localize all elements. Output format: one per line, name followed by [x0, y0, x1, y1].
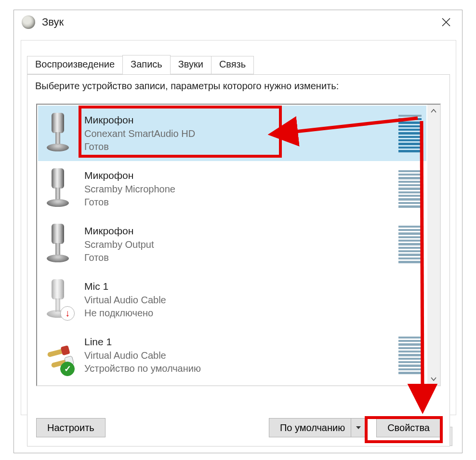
down-arrow-badge-icon: ↓ [60, 306, 75, 321]
dialog-client-area: ВоспроизведениеЗаписьЗвукиСвязь Выберите… [21, 40, 456, 415]
svg-rect-3 [61, 345, 70, 355]
level-meter [398, 115, 422, 152]
set-default-dropdown[interactable] [351, 419, 365, 437]
device-name: Line 1 [84, 335, 398, 349]
scroll-up-button[interactable] [427, 105, 440, 117]
close-icon [441, 17, 451, 27]
device-description: Virtual Audio Cable [84, 349, 398, 362]
device-description: Conexant SmartAudio HD [84, 127, 398, 140]
device-row[interactable]: ↓Mic 1Virtual Audio CableНе подключено [38, 272, 426, 327]
device-name: Микрофон [84, 113, 398, 127]
tab-communications[interactable]: Связь [211, 56, 254, 74]
device-description: Scramby Output [84, 238, 398, 251]
device-description: Scramby Microphone [84, 183, 398, 196]
tab-playback[interactable]: Воспроизведение [27, 56, 123, 74]
chevron-up-icon [431, 109, 436, 113]
level-meter [398, 337, 422, 374]
speaker-icon [22, 15, 35, 29]
titlebar: Звук [14, 10, 462, 34]
device-row[interactable]: ✓Line 1Virtual Audio CableУстройство по … [38, 327, 426, 383]
device-name: Микрофон [84, 224, 398, 238]
device-description: Virtual Audio Cable [84, 294, 423, 307]
device-row[interactable]: МикрофонScramby MicrophoneГотов [38, 161, 426, 216]
triangle-down-icon [356, 426, 361, 429]
set-default-button[interactable]: По умолчанию [269, 418, 366, 437]
window-title: Звук [42, 16, 434, 28]
configure-button[interactable]: Настроить [36, 418, 106, 437]
device-status: Готов [84, 196, 398, 209]
panel-button-row: Настроить По умолчанию Свойства [36, 416, 441, 439]
device-name: Mic 1 [84, 280, 423, 293]
microphone-icon [43, 223, 76, 266]
scrollbar[interactable] [427, 105, 440, 385]
svg-marker-6 [356, 426, 361, 429]
properties-button[interactable]: Свойства [376, 418, 441, 437]
device-row[interactable]: МикрофонScramby OutputГотов [38, 216, 426, 272]
microphone-icon [43, 167, 76, 211]
device-status: Готов [84, 140, 398, 153]
device-status: Устройство по умолчанию [84, 362, 398, 375]
device-list-frame: МикрофонConexant SmartAudio HDГотовМикро… [36, 104, 441, 386]
device-status: Не подключено [84, 307, 423, 320]
device-row[interactable]: МикрофонConexant SmartAudio HDГотов [38, 106, 426, 161]
audio-cable-icon: ✓ [43, 334, 76, 377]
device-status: Готов [84, 251, 398, 264]
sound-dialog: Звук ВоспроизведениеЗаписьЗвукиСвязь Выб… [13, 10, 463, 453]
instruction-text: Выберите устройство записи, параметры ко… [35, 81, 339, 92]
device-name: Микрофон [84, 169, 398, 182]
tab-strip: ВоспроизведениеЗаписьЗвукиСвязь [27, 55, 253, 73]
chevron-down-icon [431, 377, 436, 381]
checkmark-badge-icon: ✓ [60, 362, 75, 376]
set-default-label: По умолчанию [280, 422, 345, 433]
level-meter [398, 170, 422, 208]
tab-recording[interactable]: Запись [122, 55, 171, 73]
level-meter [398, 226, 422, 263]
microphone-icon [43, 112, 76, 155]
close-button[interactable] [434, 13, 458, 32]
microphone-icon: ↓ [43, 278, 76, 322]
tab-sounds[interactable]: Звуки [170, 56, 212, 74]
recording-panel: Выберите устройство записи, параметры ко… [27, 74, 450, 446]
scroll-down-button[interactable] [427, 373, 440, 385]
device-list[interactable]: МикрофонConexant SmartAudio HDГотовМикро… [38, 106, 426, 384]
